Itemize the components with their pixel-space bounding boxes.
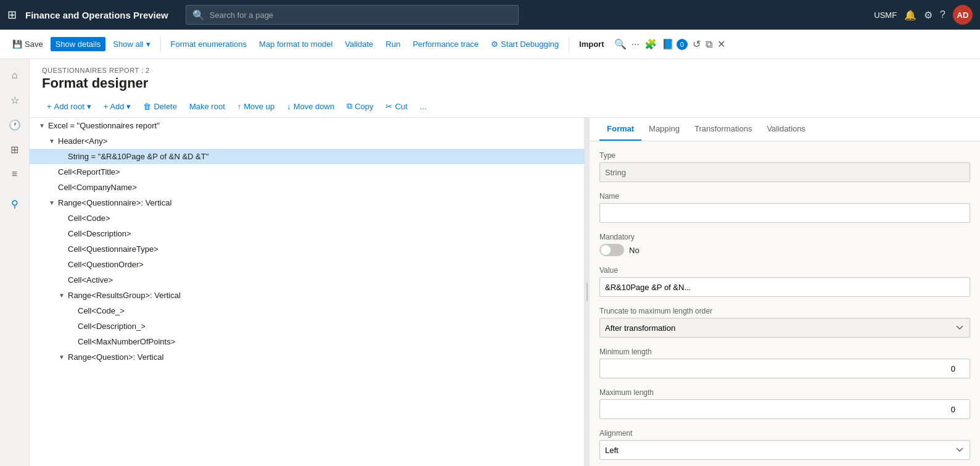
properties-panel: Format Mapping Transformations Validatio… [590,118,980,466]
toolbar-puzzle-icon[interactable]: 🧩 [644,38,657,50]
arrow-icon: ▼ [37,122,47,129]
show-details-button[interactable]: Show details [51,37,106,51]
tree-item[interactable]: Cell<QuestionnaireType> [30,241,584,257]
validate-button[interactable]: Validate [340,37,378,51]
page-title: Format designer [42,75,968,91]
tree-item[interactable]: ▼ Range<Questionnaire>: Vertical [30,195,584,210]
cut-button[interactable]: ✂ Cut [381,99,412,114]
max-length-input[interactable] [599,399,970,419]
toolbar-more-icon[interactable]: ··· [632,39,640,50]
make-root-button[interactable]: Make root [184,99,230,114]
prop-truncate: Truncate to maximum length order After t… [599,307,970,338]
start-debugging-button[interactable]: ⚙ Start Debugging [486,37,564,51]
save-button[interactable]: 💾 Save [7,37,48,51]
mandatory-value: No [629,246,640,255]
name-input[interactable] [599,203,970,223]
tree-panel[interactable]: ▼ Excel = "Questionnaires report" ▼ Head… [30,118,585,466]
performance-trace-button[interactable]: Performance trace [408,37,484,51]
tree-item[interactable]: ▼ Header<Any> [30,133,584,149]
toolbar-search-icon[interactable]: 🔍 [614,38,627,50]
properties-content: Type Name Mandatory No [590,141,980,466]
type-input[interactable] [599,162,970,182]
add-root-chevron: ▾ [87,102,91,111]
drag-handle[interactable] [585,118,590,466]
search-input[interactable] [210,10,512,20]
avatar[interactable]: AD [953,5,973,25]
tree-item[interactable]: Cell<Code> [30,210,584,226]
separator-1 [160,37,161,52]
sidebar-icon-grid[interactable]: ⊞ [4,138,26,160]
map-format-button[interactable]: Map format to model [254,37,337,51]
sidebar-icon-clock[interactable]: 🕐 [4,114,26,136]
move-down-button[interactable]: ↓ Move down [282,99,339,114]
bell-icon[interactable]: 🔔 [904,9,916,21]
min-length-label: Minimum length [599,347,970,356]
search-icon: 🔍 [192,9,205,21]
toolbar-refresh-icon[interactable]: ↺ [693,38,701,50]
sidebar-icon-star[interactable]: ☆ [4,89,26,111]
run-button[interactable]: Run [381,37,405,51]
add-root-button[interactable]: + Add root ▾ [42,99,96,114]
min-length-input[interactable] [599,359,970,378]
sidebar-icon-list[interactable]: ≡ [4,163,26,185]
value-input[interactable] [599,277,970,297]
arrow-icon: ▼ [47,199,57,206]
copy-icon: ⧉ [347,101,352,111]
tree-item[interactable]: Cell<Code_> [30,303,584,318]
sidebar-icon-home[interactable]: ⌂ [4,64,26,86]
tree-item[interactable]: ▼ Range<ResultsGroup>: Vertical [30,288,584,303]
copy-button[interactable]: ⧉ Copy [342,99,378,114]
content-area: ▼ Excel = "Questionnaires report" ▼ Head… [30,118,980,466]
tab-transformations[interactable]: Transformations [687,118,759,141]
arrow-icon [67,338,76,345]
chevron-down-icon: ▾ [146,40,150,49]
tree-item[interactable]: Cell<Active> [30,272,584,288]
tree-item[interactable]: Cell<Description> [30,226,584,241]
show-all-button[interactable]: Show all ▾ [108,37,155,51]
value-label: Value [599,266,970,275]
cut-icon: ✂ [385,102,392,111]
sidebar-filter-icon[interactable]: ⚲ [4,193,26,215]
toolbar-window-icon[interactable]: ⧉ [706,39,712,50]
toolbar-close-icon[interactable]: ✕ [717,38,725,50]
tree-item[interactable]: Cell<Description_> [30,318,584,334]
mandatory-toggle-row: No [599,244,970,256]
format-enumerations-button[interactable]: Format enumerations [166,37,252,51]
tree-item[interactable]: Cell<ReportTitle> [30,164,584,180]
delete-button[interactable]: 🗑 Delete [138,99,182,114]
add-button[interactable]: + Add ▾ [99,99,136,114]
prop-mandatory: Mandatory No [599,233,970,256]
move-up-button[interactable]: ↑ Move up [233,99,279,114]
help-icon[interactable]: ? [940,9,945,20]
import-button[interactable]: Import [574,37,609,51]
truncate-select[interactable]: After transformation Before transformati… [599,318,970,338]
arrow-icon [57,277,67,283]
alignment-label: Alignment [599,429,970,438]
tab-mapping[interactable]: Mapping [641,118,687,141]
arrow-icon: ▼ [47,138,57,144]
settings-icon[interactable]: ⚙ [924,9,933,21]
debug-icon: ⚙ [491,40,498,49]
tree-item[interactable]: Cell<CompanyName> [30,180,584,195]
mandatory-label: Mandatory [599,233,970,241]
search-bar[interactable]: 🔍 [186,5,519,25]
tree-item[interactable]: ▼ Range<Question>: Vertical [30,349,584,365]
save-icon: 💾 [12,40,22,49]
properties-tabs: Format Mapping Transformations Validatio… [590,118,980,141]
drag-handle-bar [587,283,588,301]
tree-item[interactable]: ▼ Excel = "Questionnaires report" [30,118,584,133]
waffle-icon[interactable]: ⊞ [7,8,17,22]
mandatory-toggle[interactable] [599,244,624,256]
nav-right: USMF 🔔 ⚙ ? AD [874,5,973,25]
prop-value: Value [599,266,970,297]
toolbar-expand-icon[interactable]: 📘 [662,38,674,50]
tree-item[interactable]: Cell<QuestionOrder> [30,257,584,272]
more-actions-button[interactable]: ... [415,99,432,114]
delete-icon: 🗑 [143,102,151,111]
tab-validations[interactable]: Validations [759,118,813,141]
tree-item-selected[interactable]: String = "&R&10Page &P of &N &D &T" [30,149,584,164]
tree-item[interactable]: Cell<MaxNumberOfPoints> [30,334,584,349]
alignment-select[interactable]: Left Center Right [599,440,970,460]
tab-format[interactable]: Format [599,118,641,141]
truncate-label: Truncate to maximum length order [599,307,970,315]
